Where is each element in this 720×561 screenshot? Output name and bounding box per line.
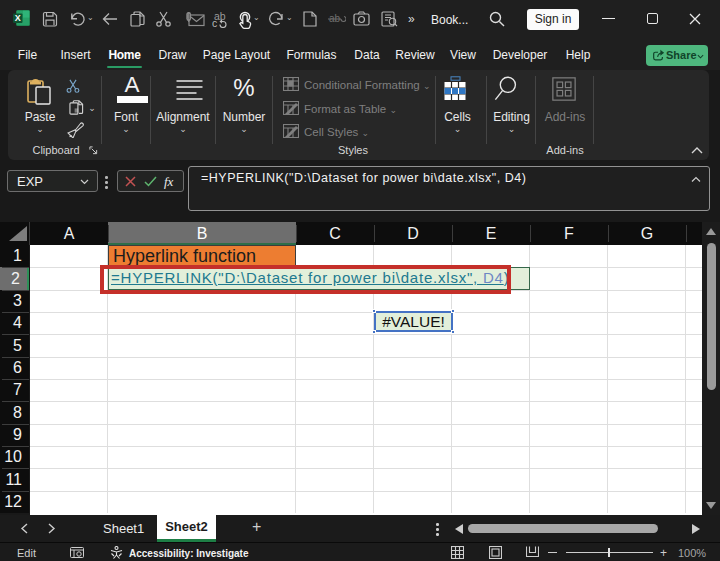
- svg-text:c: c: [212, 17, 217, 28]
- svg-text:X: X: [15, 13, 21, 23]
